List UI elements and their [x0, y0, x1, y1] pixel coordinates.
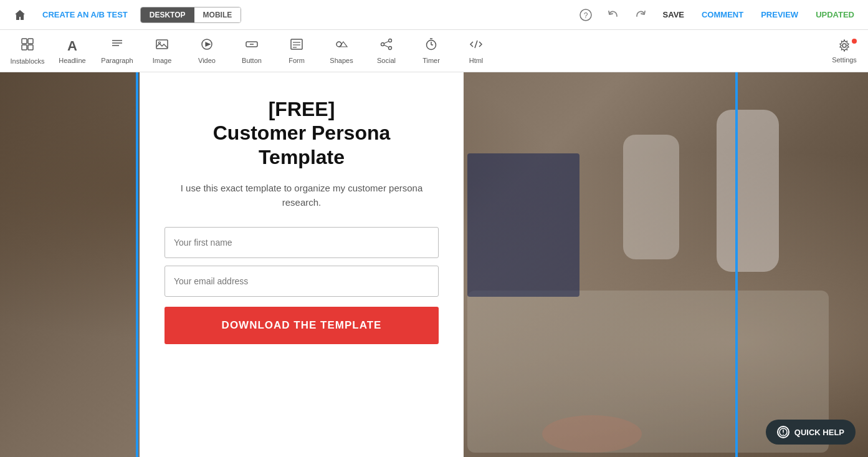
canvas-area: [FREE] Customer Persona Template I use t…: [0, 72, 868, 457]
settings-tool[interactable]: Settings: [826, 32, 863, 70]
svg-marker-12: [206, 42, 210, 46]
svg-rect-5: [28, 45, 33, 50]
button-label: Button: [242, 57, 262, 64]
timer-tool[interactable]: Timer: [409, 32, 454, 70]
save-button[interactable]: SAVE: [657, 10, 690, 19]
image-tool[interactable]: Image: [140, 32, 184, 70]
mobile-view-button[interactable]: MOBILE: [194, 7, 241, 22]
svg-point-31: [842, 44, 846, 47]
quick-help-icon: [777, 426, 789, 438]
paragraph-tool[interactable]: Paragraph: [95, 32, 140, 70]
settings-notification-dot: [852, 39, 857, 44]
timer-label: Timer: [422, 57, 440, 64]
quick-help-button[interactable]: QUICK HELP: [766, 420, 856, 445]
right-side-marker: [735, 72, 738, 457]
card-subtitle: I use this exact template to organize my…: [165, 181, 439, 209]
nav-actions: ? SAVE COMMENT PREVIEW UPDATED: [575, 4, 861, 26]
svg-rect-9: [156, 40, 168, 49]
button-icon: [245, 37, 259, 54]
preview-button[interactable]: PREVIEW: [755, 10, 804, 19]
firstname-input[interactable]: [165, 227, 439, 258]
desktop-view-button[interactable]: DESKTOP: [141, 7, 194, 22]
svg-point-22: [381, 43, 384, 46]
paragraph-icon: [110, 37, 124, 54]
svg-point-39: [783, 434, 784, 435]
social-icon: [379, 37, 393, 54]
svg-rect-4: [22, 45, 27, 50]
card-title-line1: [FREE]: [269, 98, 335, 120]
social-tool[interactable]: Social: [364, 32, 409, 70]
card-title: [FREE] Customer Persona Template: [213, 97, 391, 169]
social-label: Social: [377, 57, 396, 64]
settings-label: Settings: [832, 56, 857, 64]
svg-rect-2: [22, 39, 27, 44]
instablocks-icon: [20, 37, 35, 55]
button-tool[interactable]: Button: [229, 32, 274, 70]
form-label: Form: [289, 57, 305, 64]
home-button[interactable]: [7, 9, 32, 21]
email-input[interactable]: [165, 266, 439, 297]
form-tool[interactable]: Form: [274, 32, 319, 70]
redo-button[interactable]: [629, 4, 652, 26]
video-label: Video: [198, 57, 216, 64]
paragraph-label: Paragraph: [101, 57, 133, 64]
quick-help-label: QUICK HELP: [794, 428, 844, 437]
comment-button[interactable]: COMMENT: [695, 10, 750, 19]
top-nav: CREATE AN A/B TEST DESKTOP MOBILE ? SAVE…: [0, 0, 868, 30]
video-icon: [200, 37, 214, 54]
svg-line-30: [475, 41, 477, 48]
shapes-icon: [335, 37, 348, 54]
landing-card: [FREE] Customer Persona Template I use t…: [140, 72, 464, 457]
instablocks-tool[interactable]: Instablocks: [5, 32, 50, 70]
help-button[interactable]: ?: [575, 4, 597, 26]
html-icon: [469, 37, 483, 54]
svg-point-19: [336, 42, 341, 47]
card-title-line3: Template: [259, 146, 345, 168]
view-toggle: DESKTOP MOBILE: [140, 7, 241, 23]
headline-tool[interactable]: A Headline: [50, 32, 95, 70]
timer-icon: [424, 37, 438, 54]
svg-rect-3: [28, 39, 33, 44]
headline-label: Headline: [59, 57, 85, 64]
shapes-tool[interactable]: Shapes: [319, 32, 364, 70]
svg-line-24: [384, 41, 389, 44]
download-button[interactable]: DOWNLOAD THE TEMPLATE: [165, 307, 439, 344]
instablocks-label: Instablocks: [10, 57, 44, 65]
toolbar: Instablocks A Headline Paragraph Image: [0, 30, 868, 72]
headline-icon: A: [67, 38, 77, 54]
html-tool[interactable]: Html: [454, 32, 498, 70]
shapes-label: Shapes: [330, 57, 353, 64]
settings-icon: [837, 39, 851, 54]
form-icon: [290, 37, 303, 54]
image-icon: [155, 37, 169, 54]
html-label: Html: [469, 57, 484, 64]
svg-line-25: [384, 45, 389, 47]
undo-button[interactable]: [602, 4, 624, 26]
svg-point-23: [389, 47, 392, 50]
left-side-marker: [136, 72, 138, 457]
svg-text:?: ?: [583, 11, 588, 20]
ab-test-link[interactable]: CREATE AN A/B TEST: [32, 10, 138, 19]
updated-button[interactable]: UPDATED: [809, 10, 861, 19]
svg-point-21: [389, 39, 392, 42]
card-title-line2: Customer Persona: [213, 122, 391, 144]
video-tool[interactable]: Video: [184, 32, 229, 70]
image-label: Image: [153, 57, 172, 64]
